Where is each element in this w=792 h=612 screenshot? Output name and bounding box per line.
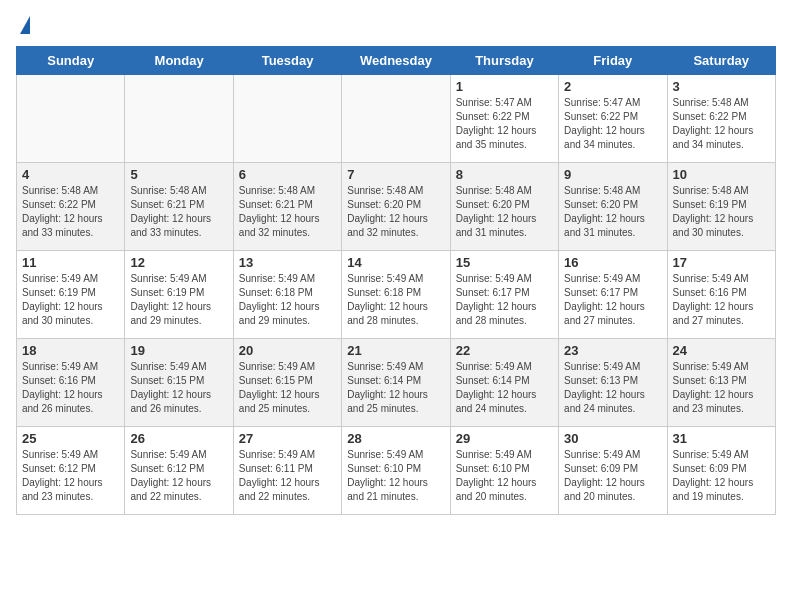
calendar-cell: 22Sunrise: 5:49 AM Sunset: 6:14 PM Dayli… <box>450 339 558 427</box>
day-info: Sunrise: 5:49 AM Sunset: 6:15 PM Dayligh… <box>239 360 336 416</box>
calendar-cell: 25Sunrise: 5:49 AM Sunset: 6:12 PM Dayli… <box>17 427 125 515</box>
column-header-wednesday: Wednesday <box>342 47 450 75</box>
calendar-cell: 24Sunrise: 5:49 AM Sunset: 6:13 PM Dayli… <box>667 339 775 427</box>
day-number: 24 <box>673 343 770 358</box>
day-info: Sunrise: 5:49 AM Sunset: 6:19 PM Dayligh… <box>22 272 119 328</box>
day-number: 28 <box>347 431 444 446</box>
calendar-cell: 28Sunrise: 5:49 AM Sunset: 6:10 PM Dayli… <box>342 427 450 515</box>
day-info: Sunrise: 5:49 AM Sunset: 6:18 PM Dayligh… <box>347 272 444 328</box>
calendar-cell: 31Sunrise: 5:49 AM Sunset: 6:09 PM Dayli… <box>667 427 775 515</box>
column-header-friday: Friday <box>559 47 667 75</box>
day-number: 3 <box>673 79 770 94</box>
day-number: 4 <box>22 167 119 182</box>
calendar-table: SundayMondayTuesdayWednesdayThursdayFrid… <box>16 46 776 515</box>
day-number: 10 <box>673 167 770 182</box>
day-info: Sunrise: 5:49 AM Sunset: 6:17 PM Dayligh… <box>456 272 553 328</box>
calendar-cell: 23Sunrise: 5:49 AM Sunset: 6:13 PM Dayli… <box>559 339 667 427</box>
day-number: 23 <box>564 343 661 358</box>
calendar-cell: 1Sunrise: 5:47 AM Sunset: 6:22 PM Daylig… <box>450 75 558 163</box>
calendar-cell <box>17 75 125 163</box>
calendar-header-row: SundayMondayTuesdayWednesdayThursdayFrid… <box>17 47 776 75</box>
calendar-cell <box>233 75 341 163</box>
calendar-cell: 18Sunrise: 5:49 AM Sunset: 6:16 PM Dayli… <box>17 339 125 427</box>
column-header-monday: Monday <box>125 47 233 75</box>
day-number: 12 <box>130 255 227 270</box>
day-info: Sunrise: 5:49 AM Sunset: 6:14 PM Dayligh… <box>347 360 444 416</box>
calendar-cell: 2Sunrise: 5:47 AM Sunset: 6:22 PM Daylig… <box>559 75 667 163</box>
day-info: Sunrise: 5:49 AM Sunset: 6:19 PM Dayligh… <box>130 272 227 328</box>
day-info: Sunrise: 5:48 AM Sunset: 6:21 PM Dayligh… <box>239 184 336 240</box>
calendar-cell: 12Sunrise: 5:49 AM Sunset: 6:19 PM Dayli… <box>125 251 233 339</box>
calendar-week-row: 1Sunrise: 5:47 AM Sunset: 6:22 PM Daylig… <box>17 75 776 163</box>
day-number: 20 <box>239 343 336 358</box>
day-number: 5 <box>130 167 227 182</box>
day-info: Sunrise: 5:49 AM Sunset: 6:09 PM Dayligh… <box>673 448 770 504</box>
day-number: 27 <box>239 431 336 446</box>
calendar-cell: 16Sunrise: 5:49 AM Sunset: 6:17 PM Dayli… <box>559 251 667 339</box>
day-number: 17 <box>673 255 770 270</box>
day-info: Sunrise: 5:48 AM Sunset: 6:22 PM Dayligh… <box>673 96 770 152</box>
calendar-cell: 17Sunrise: 5:49 AM Sunset: 6:16 PM Dayli… <box>667 251 775 339</box>
calendar-week-row: 18Sunrise: 5:49 AM Sunset: 6:16 PM Dayli… <box>17 339 776 427</box>
page-header <box>16 16 776 34</box>
day-info: Sunrise: 5:49 AM Sunset: 6:13 PM Dayligh… <box>564 360 661 416</box>
day-info: Sunrise: 5:49 AM Sunset: 6:13 PM Dayligh… <box>673 360 770 416</box>
logo-triangle-icon <box>20 16 30 34</box>
calendar-cell: 21Sunrise: 5:49 AM Sunset: 6:14 PM Dayli… <box>342 339 450 427</box>
column-header-thursday: Thursday <box>450 47 558 75</box>
calendar-cell: 30Sunrise: 5:49 AM Sunset: 6:09 PM Dayli… <box>559 427 667 515</box>
calendar-cell: 14Sunrise: 5:49 AM Sunset: 6:18 PM Dayli… <box>342 251 450 339</box>
day-number: 6 <box>239 167 336 182</box>
day-info: Sunrise: 5:47 AM Sunset: 6:22 PM Dayligh… <box>564 96 661 152</box>
day-info: Sunrise: 5:49 AM Sunset: 6:16 PM Dayligh… <box>22 360 119 416</box>
calendar-cell: 27Sunrise: 5:49 AM Sunset: 6:11 PM Dayli… <box>233 427 341 515</box>
calendar-week-row: 25Sunrise: 5:49 AM Sunset: 6:12 PM Dayli… <box>17 427 776 515</box>
column-header-tuesday: Tuesday <box>233 47 341 75</box>
day-info: Sunrise: 5:49 AM Sunset: 6:16 PM Dayligh… <box>673 272 770 328</box>
calendar-week-row: 4Sunrise: 5:48 AM Sunset: 6:22 PM Daylig… <box>17 163 776 251</box>
day-number: 22 <box>456 343 553 358</box>
day-info: Sunrise: 5:49 AM Sunset: 6:10 PM Dayligh… <box>456 448 553 504</box>
calendar-cell: 5Sunrise: 5:48 AM Sunset: 6:21 PM Daylig… <box>125 163 233 251</box>
day-number: 26 <box>130 431 227 446</box>
day-info: Sunrise: 5:48 AM Sunset: 6:20 PM Dayligh… <box>564 184 661 240</box>
day-number: 25 <box>22 431 119 446</box>
day-number: 19 <box>130 343 227 358</box>
calendar-cell: 19Sunrise: 5:49 AM Sunset: 6:15 PM Dayli… <box>125 339 233 427</box>
calendar-cell: 7Sunrise: 5:48 AM Sunset: 6:20 PM Daylig… <box>342 163 450 251</box>
calendar-cell: 8Sunrise: 5:48 AM Sunset: 6:20 PM Daylig… <box>450 163 558 251</box>
day-info: Sunrise: 5:49 AM Sunset: 6:12 PM Dayligh… <box>130 448 227 504</box>
day-info: Sunrise: 5:49 AM Sunset: 6:17 PM Dayligh… <box>564 272 661 328</box>
day-number: 7 <box>347 167 444 182</box>
calendar-cell: 20Sunrise: 5:49 AM Sunset: 6:15 PM Dayli… <box>233 339 341 427</box>
day-info: Sunrise: 5:48 AM Sunset: 6:20 PM Dayligh… <box>456 184 553 240</box>
day-info: Sunrise: 5:48 AM Sunset: 6:19 PM Dayligh… <box>673 184 770 240</box>
day-number: 13 <box>239 255 336 270</box>
calendar-cell <box>342 75 450 163</box>
day-number: 11 <box>22 255 119 270</box>
calendar-cell: 3Sunrise: 5:48 AM Sunset: 6:22 PM Daylig… <box>667 75 775 163</box>
day-number: 16 <box>564 255 661 270</box>
day-number: 30 <box>564 431 661 446</box>
calendar-cell: 29Sunrise: 5:49 AM Sunset: 6:10 PM Dayli… <box>450 427 558 515</box>
day-number: 21 <box>347 343 444 358</box>
calendar-cell: 13Sunrise: 5:49 AM Sunset: 6:18 PM Dayli… <box>233 251 341 339</box>
day-info: Sunrise: 5:47 AM Sunset: 6:22 PM Dayligh… <box>456 96 553 152</box>
day-number: 8 <box>456 167 553 182</box>
calendar-cell: 6Sunrise: 5:48 AM Sunset: 6:21 PM Daylig… <box>233 163 341 251</box>
day-number: 15 <box>456 255 553 270</box>
day-number: 31 <box>673 431 770 446</box>
day-info: Sunrise: 5:48 AM Sunset: 6:20 PM Dayligh… <box>347 184 444 240</box>
day-info: Sunrise: 5:49 AM Sunset: 6:18 PM Dayligh… <box>239 272 336 328</box>
day-info: Sunrise: 5:49 AM Sunset: 6:15 PM Dayligh… <box>130 360 227 416</box>
day-number: 14 <box>347 255 444 270</box>
calendar-cell: 15Sunrise: 5:49 AM Sunset: 6:17 PM Dayli… <box>450 251 558 339</box>
day-info: Sunrise: 5:49 AM Sunset: 6:11 PM Dayligh… <box>239 448 336 504</box>
calendar-cell: 26Sunrise: 5:49 AM Sunset: 6:12 PM Dayli… <box>125 427 233 515</box>
calendar-cell: 10Sunrise: 5:48 AM Sunset: 6:19 PM Dayli… <box>667 163 775 251</box>
day-number: 29 <box>456 431 553 446</box>
calendar-cell <box>125 75 233 163</box>
calendar-cell: 4Sunrise: 5:48 AM Sunset: 6:22 PM Daylig… <box>17 163 125 251</box>
calendar-cell: 9Sunrise: 5:48 AM Sunset: 6:20 PM Daylig… <box>559 163 667 251</box>
calendar-week-row: 11Sunrise: 5:49 AM Sunset: 6:19 PM Dayli… <box>17 251 776 339</box>
